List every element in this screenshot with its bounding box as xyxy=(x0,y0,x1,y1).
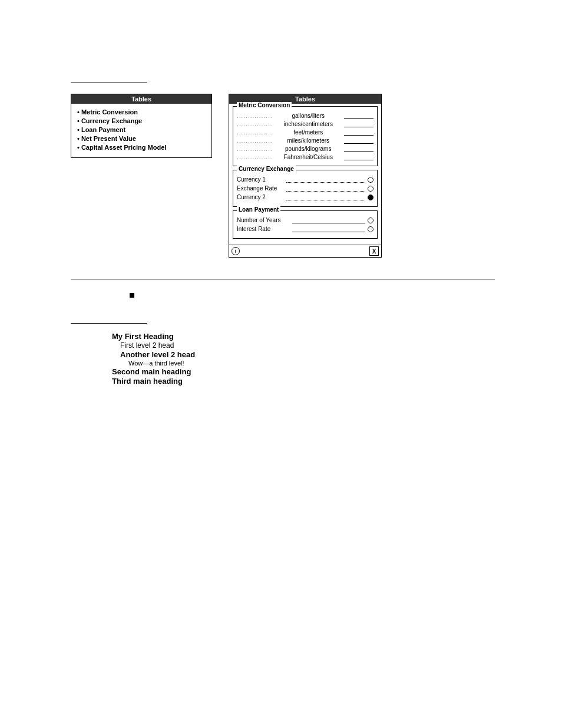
radio-empty[interactable] xyxy=(368,177,373,183)
loan-row: Number of Years xyxy=(237,217,373,223)
loan-field-label: Interest Rate xyxy=(237,226,290,232)
metric-conversion-content: ................ gallons/liters ........… xyxy=(233,107,377,166)
metric-label: gallons/liters xyxy=(275,113,342,119)
metric-row: ................ gallons/liters xyxy=(237,113,373,119)
metric-conversion-label: Metric Conversion xyxy=(237,102,292,108)
exchange-field-label: Currency 1 xyxy=(237,176,284,183)
radio-empty[interactable] xyxy=(368,226,373,232)
exchange-dotted-line xyxy=(286,195,365,200)
metric-underline xyxy=(344,154,373,160)
heading-1c: Third main heading xyxy=(112,377,562,386)
right-panel: Tables Metric Conversion ...............… xyxy=(229,94,382,258)
dots: ................ xyxy=(237,146,272,152)
panel-bottom-bar: i X xyxy=(229,245,381,257)
left-panel-list: Metric Conversion Currency Exchange Loan… xyxy=(77,108,206,151)
top-rule-area xyxy=(0,0,562,83)
list-item: Metric Conversion xyxy=(77,108,206,116)
metric-underline xyxy=(344,130,373,136)
heading-1: My First Heading xyxy=(112,332,562,341)
bullet-area xyxy=(130,291,562,299)
loan-field-label: Number of Years xyxy=(237,217,290,223)
metric-row: ................ Fahrenheit/Celsius xyxy=(237,154,373,160)
loan-payment-label: Loan Payment xyxy=(237,206,280,213)
metric-label: Fahrenheit/Celsius xyxy=(275,154,342,160)
short-rule-top xyxy=(71,83,147,83)
radio-empty[interactable] xyxy=(368,186,373,192)
exchange-field-label: Currency 2 xyxy=(237,194,284,200)
short-rule-bottom xyxy=(71,323,147,324)
heading-2a: First level 2 head xyxy=(120,341,562,350)
full-rule xyxy=(71,279,495,279)
metric-row: ................ feet/meters xyxy=(237,129,373,136)
currency-exchange-content: Currency 1 Exchange Rate Currency 2 xyxy=(233,170,377,206)
dots: ................ xyxy=(237,154,272,160)
info-icon[interactable]: i xyxy=(232,247,240,255)
heading-3: Wow—a third level! xyxy=(128,360,562,367)
metric-underline xyxy=(344,146,373,152)
metric-label: miles/kilometers xyxy=(275,137,342,144)
heading-area: My First Heading First level 2 head Anot… xyxy=(112,332,562,386)
exchange-dotted-line xyxy=(286,186,365,192)
radio-filled[interactable] xyxy=(368,195,373,200)
exchange-row: Exchange Rate xyxy=(237,185,373,192)
exchange-row: Currency 2 xyxy=(237,194,373,200)
left-panel-body: Metric Conversion Currency Exchange Loan… xyxy=(71,104,211,157)
dots: ................ xyxy=(237,129,272,136)
metric-row: ................ pounds/kilograms xyxy=(237,146,373,152)
metric-label: pounds/kilograms xyxy=(275,146,342,152)
metric-underline xyxy=(344,113,373,119)
exchange-field-label: Exchange Rate xyxy=(237,185,284,192)
left-panel: Tables Metric Conversion Currency Exchan… xyxy=(71,94,212,158)
metric-label: feet/meters xyxy=(275,129,342,136)
list-item: Loan Payment xyxy=(77,126,206,133)
dots: ................ xyxy=(237,113,272,119)
loan-underline xyxy=(292,226,365,232)
heading-2b: Another level 2 head xyxy=(120,350,562,359)
currency-exchange-section: Currency Exchange Currency 1 Exchange Ra… xyxy=(233,170,378,207)
metric-underline xyxy=(344,138,373,144)
page: Tables Metric Conversion Currency Exchan… xyxy=(0,0,562,728)
metric-conversion-section: Metric Conversion ................ gallo… xyxy=(233,106,378,166)
loan-payment-section: Loan Payment Number of Years Interest Ra… xyxy=(233,210,378,239)
loan-payment-content: Number of Years Interest Rate xyxy=(233,211,377,238)
list-item: Net Present Value xyxy=(77,135,206,142)
dots: ................ xyxy=(237,137,272,144)
metric-row: ................ miles/kilometers xyxy=(237,137,373,144)
left-panel-header: Tables xyxy=(71,94,211,104)
currency-exchange-label: Currency Exchange xyxy=(237,166,296,172)
exchange-row: Currency 1 xyxy=(237,176,373,183)
list-item: Capital Asset Pricing Model xyxy=(77,144,206,151)
heading-1b: Second main heading xyxy=(112,367,562,376)
bullet-square-icon xyxy=(130,293,134,298)
list-item: Currency Exchange xyxy=(77,117,206,124)
radio-empty[interactable] xyxy=(368,218,373,223)
metric-label: inches/centimeters xyxy=(275,121,342,127)
metric-row: ................ inches/centimeters xyxy=(237,121,373,127)
right-panel-body: Metric Conversion ................ gallo… xyxy=(229,104,381,245)
exchange-dotted-line xyxy=(286,177,365,183)
panels-container: Tables Metric Conversion Currency Exchan… xyxy=(71,94,562,258)
loan-row: Interest Rate xyxy=(237,226,373,232)
close-button[interactable]: X xyxy=(369,246,379,256)
loan-underline xyxy=(292,218,365,223)
metric-underline xyxy=(344,121,373,127)
dots: ................ xyxy=(237,121,272,127)
